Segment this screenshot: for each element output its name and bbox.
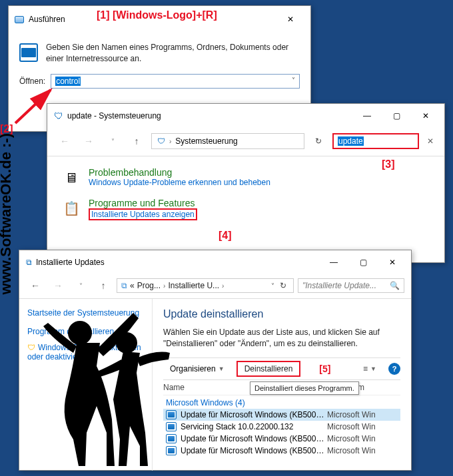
cp-item-title-2[interactable]: Programme und Features [89, 198, 197, 208]
chevron-right-icon: › [169, 138, 171, 145]
view-button[interactable]: ≡ ▼ [356, 362, 383, 375]
update-program: Microsoft Win [327, 434, 400, 443]
chevron-right-icon: › [163, 282, 165, 290]
update-icon [166, 434, 177, 443]
update-icon [166, 422, 177, 431]
upd-addr-icon: ⧉ [121, 281, 127, 290]
nav-up-button[interactable]: ↑ [127, 134, 146, 148]
update-name: Update für Microsoft Windows (KB5004567) [181, 446, 327, 455]
cp-address-bar[interactable]: 🛡 › Systemsteuerung [151, 133, 304, 149]
refresh-button[interactable]: ↻ [310, 136, 327, 146]
cp-max-button[interactable]: ▢ [382, 107, 411, 125]
control-panel-window: 🛡 update - Systemsteuerung — ▢ ✕ ← → ˅ ↑… [47, 103, 445, 263]
table-row[interactable]: Servicing Stack 10.0.22000.132Microsoft … [163, 421, 400, 433]
cp-item-programs: 📋 Programme und Features Installierte Up… [61, 198, 431, 220]
upd-search-input[interactable]: "Installierte Update... 🔍 [298, 278, 404, 293]
upd-title-icon: ⧉ [26, 258, 32, 267]
watermark-text: www.SoftwareOK.de :-) [0, 133, 15, 294]
upd-refresh-button[interactable]: ↻ [277, 281, 289, 290]
cp-item-link-installed-updates[interactable]: Installierte Updates anzeigen [91, 210, 195, 219]
update-program: Microsoft Win [327, 446, 400, 455]
update-name: Update für Microsoft Windows (KB5005642) [181, 410, 327, 419]
update-program: Microsoft Win [327, 410, 400, 419]
upd-nav-up[interactable]: ↑ [94, 278, 113, 293]
cp-item-title[interactable]: Problembehandlung [89, 167, 270, 178]
nav-back-button[interactable]: ← [55, 134, 74, 148]
shield-icon: 🛡 [27, 343, 35, 352]
table-row[interactable]: Update für Microsoft Windows (KB5005642)… [163, 409, 400, 421]
addr-shield-icon: 🛡 [157, 136, 165, 146]
cp-breadcrumb[interactable]: Systemsteuerung [175, 136, 237, 146]
upd-toolbar: Organisieren▼ Deinstallieren [5] ≡ ▼ ? [163, 357, 400, 380]
cp-title: update - Systemsteuerung [67, 111, 161, 120]
annotation-1: [1] [Windows-Logo]+[R] [97, 9, 217, 21]
organize-button[interactable]: Organisieren▼ [163, 362, 231, 375]
upd-titlebar: ⧉ Installierte Updates — ▢ ✕ [19, 250, 411, 274]
chevron-down-icon[interactable]: ˅ [271, 282, 274, 290]
update-program: Microsoft Win [327, 422, 400, 431]
upd-nav-back[interactable]: ← [26, 278, 45, 293]
uninstall-button[interactable]: Deinstallieren [236, 361, 301, 377]
chevron-right-icon: › [222, 282, 224, 290]
programs-icon: 📋 [61, 198, 82, 219]
upd-nav-recent[interactable]: ˅ [71, 278, 90, 293]
chevron-down-icon: ▼ [219, 365, 225, 372]
sidebar-cp-home[interactable]: Startseite der Systemsteuerung [27, 308, 144, 318]
run-title-icon [14, 14, 25, 25]
nav-forward-button[interactable]: → [79, 134, 98, 148]
update-name: Servicing Stack 10.0.22000.132 [181, 422, 327, 431]
upd-desc: Wählen Sie ein Update aus der Liste aus,… [163, 327, 400, 350]
troubleshoot-icon: 🖥 [61, 167, 82, 188]
upd-heading: Update deinstallieren [163, 308, 400, 320]
upd-max-button[interactable]: ▢ [348, 253, 378, 272]
help-button[interactable]: ? [388, 363, 400, 375]
annotation-5: [5] [319, 363, 330, 374]
table-row[interactable]: Update für Microsoft Windows (KB5004342)… [163, 433, 400, 445]
run-description: Geben Sie den Namen eines Programms, Ord… [46, 42, 300, 65]
annotation-4: [4] [219, 230, 232, 242]
upd-group[interactable]: Microsoft Windows (4) [163, 395, 400, 409]
cp-search-input[interactable]: update [332, 133, 419, 149]
cp-close-button[interactable]: ✕ [411, 107, 440, 125]
annotation-3: [3] [382, 158, 395, 170]
table-row[interactable]: Update für Microsoft Windows (KB5004567)… [163, 445, 400, 457]
installed-updates-window: ⧉ Installierte Updates — ▢ ✕ ← → ˅ ↑ ⧉ «… [19, 250, 412, 471]
cp-item-link-troubleshoot[interactable]: Windows Update-Probleme erkennen und beh… [89, 178, 270, 187]
svg-line-2 [15, 90, 51, 123]
upd-main: Update deinstallieren Wählen Sie ein Upd… [153, 299, 411, 471]
cp-titlebar: 🛡 update - Systemsteuerung — ▢ ✕ [47, 104, 444, 128]
uninstall-tooltip: Deinstalliert dieses Programm. [250, 381, 359, 395]
sidebar-windows-features[interactable]: 🛡Windows-Features aktivieren oder deakti… [27, 343, 144, 361]
sidebar-uninstall-program[interactable]: Programm deinstallieren [27, 327, 144, 336]
upd-title: Installierte Updates [36, 258, 105, 267]
upd-nav-forward[interactable]: → [49, 278, 67, 293]
cp-min-button[interactable]: — [352, 107, 382, 125]
run-close-button[interactable]: ✕ [276, 10, 305, 29]
annotation-arrow [12, 80, 59, 126]
cp-search-clear[interactable]: ✕ [424, 136, 436, 146]
update-icon [166, 446, 177, 455]
run-input[interactable]: control˅ [51, 74, 300, 89]
search-icon: 🔍 [390, 281, 400, 290]
update-name: Update für Microsoft Windows (KB5004342) [181, 434, 327, 443]
nav-recent-button[interactable]: ˅ [103, 134, 122, 148]
cp-item-troubleshooting: 🖥 Problembehandlung Windows Update-Probl… [61, 167, 431, 188]
run-icon [19, 43, 38, 62]
chevron-down-icon: ▼ [370, 365, 376, 372]
upd-close-button[interactable]: ✕ [378, 253, 407, 272]
upd-sidebar: Startseite der Systemsteuerung Programm … [19, 299, 153, 471]
upd-min-button[interactable]: — [319, 253, 348, 272]
update-icon [166, 410, 177, 419]
upd-address-bar[interactable]: ⧉ « Prog... › Installierte U... › ˅ ↻ [117, 278, 294, 293]
run-dropdown-icon[interactable]: ˅ [292, 77, 295, 84]
